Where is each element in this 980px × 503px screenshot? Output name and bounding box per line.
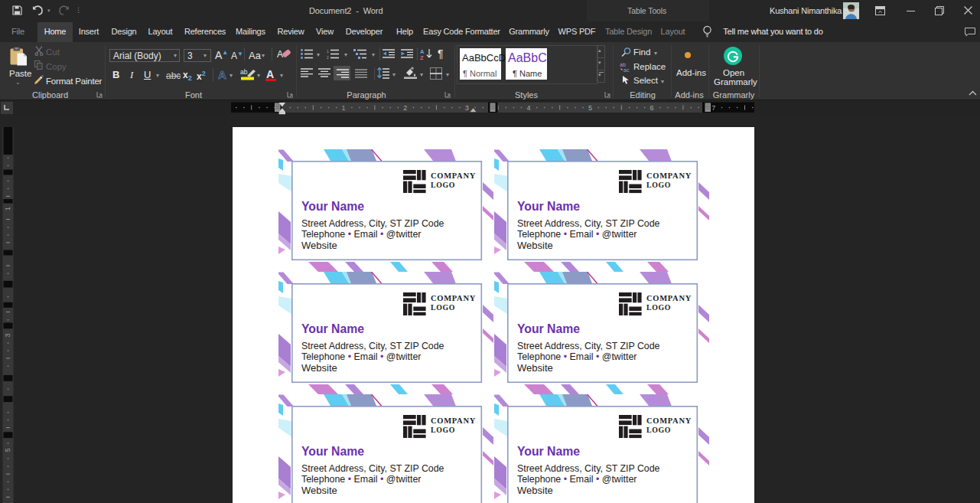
svg-text:4: 4 (526, 104, 530, 112)
svg-text:6: 6 (650, 104, 654, 112)
svg-text:3: 3 (4, 333, 11, 337)
svg-text:7: 7 (711, 104, 715, 112)
svg-text:Z: Z (420, 54, 424, 60)
svg-text:1: 1 (342, 104, 346, 112)
svg-text:2: 2 (403, 104, 407, 112)
svg-text:5: 5 (4, 448, 11, 452)
svg-text:1: 1 (4, 207, 11, 211)
svg-text:3: 3 (465, 104, 469, 112)
svg-text:ab: ab (620, 62, 626, 67)
svg-text:ab: ab (240, 68, 248, 76)
svg-text:1: 1 (327, 49, 329, 54)
svg-text:A: A (277, 49, 283, 60)
svg-text:5: 5 (588, 104, 592, 112)
svg-text:2: 2 (327, 55, 329, 59)
svg-text:ac: ac (623, 67, 630, 72)
